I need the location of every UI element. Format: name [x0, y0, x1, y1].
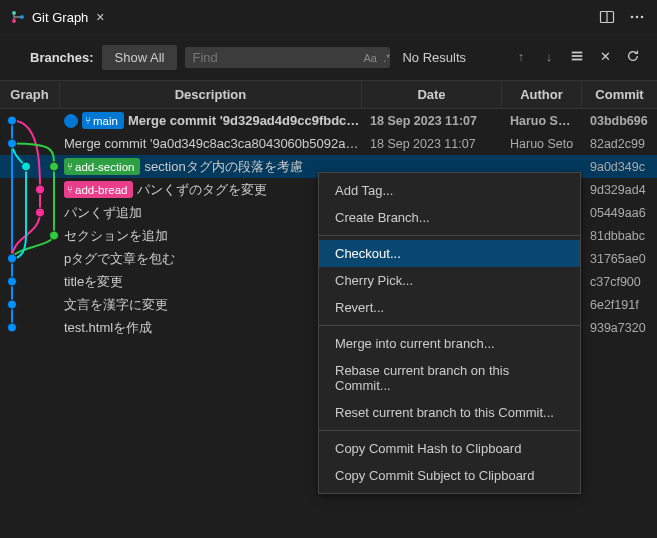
commit-hash: 81dbbabc	[582, 229, 657, 243]
branch-tag[interactable]: ⑂add-section	[64, 158, 140, 175]
graph-cell	[0, 270, 60, 293]
description-cell: ⑂add-sectionsectionタグ内の段落を考慮	[60, 158, 362, 176]
commit-description: パンくず追加	[64, 204, 142, 222]
context-menu: Add Tag...Create Branch...Checkout...Che…	[318, 172, 581, 494]
commit-description: Merge commit '9a0d349c8ac3ca8043060b5092…	[64, 136, 362, 151]
tab-actions	[599, 9, 657, 25]
branch-tag-label: add-section	[75, 161, 134, 173]
header-author[interactable]: Author	[502, 81, 582, 108]
commit-hash: 939a7320	[582, 321, 657, 335]
commit-hash: c37cf900	[582, 275, 657, 289]
header-date[interactable]: Date	[362, 81, 502, 108]
description-cell: パンくず追加	[60, 204, 362, 222]
collapse-icon[interactable]	[569, 49, 585, 66]
search-input[interactable]	[192, 50, 360, 65]
description-cell: titleを変更	[60, 273, 362, 291]
svg-rect-9	[572, 55, 583, 57]
head-marker-icon	[64, 114, 78, 128]
more-icon[interactable]	[629, 9, 645, 25]
graph-cell	[0, 132, 60, 155]
branch-tag[interactable]: ⑂add-bread	[64, 181, 133, 198]
case-sensitive-icon[interactable]: Aa	[360, 52, 379, 64]
graph-cell	[0, 178, 60, 201]
commit-hash: 05449aa6	[582, 206, 657, 220]
column-headers: Graph Description Date Author Commit	[0, 80, 657, 109]
commit-row[interactable]: ⑂mainMerge commit '9d329ad4d9cc9fbdc…18 …	[0, 109, 657, 132]
git-graph-icon	[10, 9, 26, 25]
commit-description: セクションを追加	[64, 227, 168, 245]
branches-label: Branches:	[30, 50, 94, 65]
commit-hash: 82ad2c99	[582, 137, 657, 151]
commit-description: Merge commit '9d329ad4d9cc9fbdc…	[128, 113, 359, 128]
description-cell: セクションを追加	[60, 227, 362, 245]
description-cell: test.htmlを作成	[60, 319, 362, 337]
tab-bar: Git Graph ×	[0, 0, 657, 35]
svg-rect-8	[572, 52, 583, 54]
commit-hash: 03bdb696	[582, 114, 657, 128]
graph-cell	[0, 201, 60, 224]
description-cell: ⑂add-breadパンくずのタグを変更	[60, 181, 362, 199]
close-icon[interactable]: ×	[94, 9, 106, 25]
tab-git-graph[interactable]: Git Graph ×	[0, 0, 117, 34]
graph-cell	[0, 109, 60, 132]
svg-rect-10	[572, 59, 583, 61]
commit-description: 文言を漢字に変更	[64, 296, 168, 314]
menu-item[interactable]: Rebase current branch on this Commit...	[319, 357, 580, 399]
toolbar: Branches: Show All Aa .* No Results ↑ ↓ …	[0, 35, 657, 80]
commit-author: Haruo Seto	[502, 114, 582, 128]
commit-description: パンくずのタグを変更	[137, 181, 267, 199]
arrow-up-icon[interactable]: ↑	[513, 49, 529, 66]
header-commit[interactable]: Commit	[582, 81, 657, 108]
svg-point-7	[641, 16, 644, 19]
branch-tag[interactable]: ⑂main	[82, 112, 124, 129]
branches-dropdown[interactable]: Show All	[102, 45, 178, 70]
branch-icon: ⑂	[67, 161, 73, 172]
graph-cell	[0, 293, 60, 316]
menu-item[interactable]: Copy Commit Subject to Clipboard	[319, 462, 580, 489]
graph-cell	[0, 316, 60, 339]
menu-item[interactable]: Checkout...	[319, 240, 580, 267]
graph-cell	[0, 224, 60, 247]
svg-point-6	[636, 16, 639, 19]
commit-author: Haruo Seto	[502, 137, 582, 151]
commit-hash: 6e2f191f	[582, 298, 657, 312]
commit-date: 18 Sep 2023 11:07	[362, 137, 502, 151]
menu-item[interactable]: Copy Commit Hash to Clipboard	[319, 435, 580, 462]
header-graph[interactable]: Graph	[0, 81, 60, 108]
branch-tag-label: add-bread	[75, 184, 127, 196]
description-cell: pタグで文章を包む	[60, 250, 362, 268]
commit-hash: 9a0d349c	[582, 160, 657, 174]
description-cell: Merge commit '9a0d349c8ac3ca8043060b5092…	[60, 136, 362, 151]
commit-description: pタグで文章を包む	[64, 250, 175, 268]
graph-cell	[0, 247, 60, 270]
commit-description: test.htmlを作成	[64, 319, 152, 337]
menu-item[interactable]: Reset current branch to this Commit...	[319, 399, 580, 426]
menu-item[interactable]: Merge into current branch...	[319, 330, 580, 357]
svg-point-1	[12, 19, 16, 23]
svg-point-0	[12, 11, 16, 15]
header-description[interactable]: Description	[60, 81, 362, 108]
menu-item[interactable]: Cherry Pick...	[319, 267, 580, 294]
menu-item[interactable]: Revert...	[319, 294, 580, 321]
commit-hash: 9d329ad4	[582, 183, 657, 197]
branch-icon: ⑂	[67, 184, 73, 195]
refresh-icon[interactable]	[625, 49, 641, 66]
commit-description: titleを変更	[64, 273, 123, 291]
commit-row[interactable]: Merge commit '9a0d349c8ac3ca8043060b5092…	[0, 132, 657, 155]
tab-title: Git Graph	[32, 10, 88, 25]
commit-date: 18 Sep 2023 11:07	[362, 114, 502, 128]
no-results-label: No Results	[398, 50, 466, 65]
description-cell: 文言を漢字に変更	[60, 296, 362, 314]
regex-icon[interactable]: .*	[380, 52, 393, 64]
svg-point-5	[631, 16, 634, 19]
branch-icon: ⑂	[85, 115, 91, 126]
search-box[interactable]: Aa .*	[185, 47, 390, 68]
graph-cell	[0, 155, 60, 178]
menu-item[interactable]: Add Tag...	[319, 177, 580, 204]
arrow-down-icon[interactable]: ↓	[541, 49, 557, 66]
branch-tag-label: main	[93, 115, 118, 127]
menu-separator	[319, 325, 580, 326]
split-editor-icon[interactable]	[599, 9, 615, 25]
menu-item[interactable]: Create Branch...	[319, 204, 580, 231]
close-search-icon[interactable]: ✕	[597, 49, 613, 66]
